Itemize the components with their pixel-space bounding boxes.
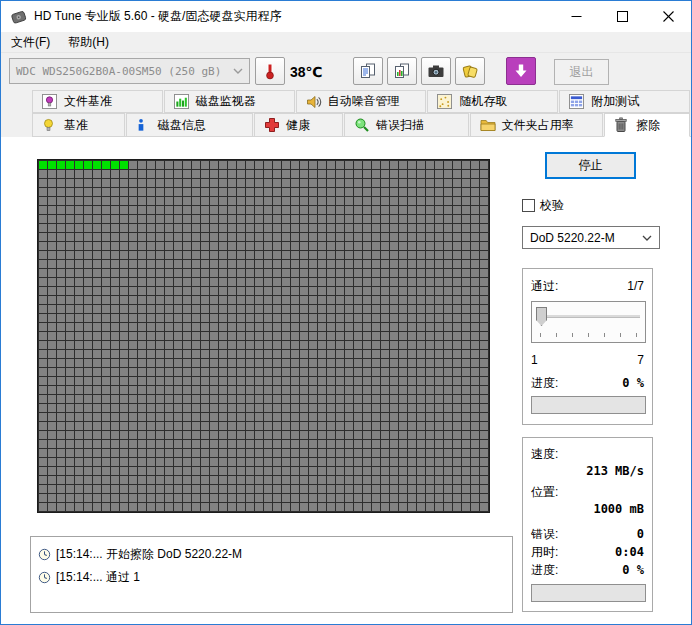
minimize-button[interactable] [553,1,599,32]
pass-slider-ticks [540,333,637,337]
speed-label: 速度: [531,446,558,463]
tab-random-access[interactable]: 随机存取 [427,90,558,113]
close-button[interactable] [645,1,691,32]
log-entry: [15:14:... 开始擦除 DoD 5220.22-M [38,543,505,566]
hdtune-window: HD Tune 专业版 5.60 - 硬盘/固态硬盘实用程序 文件(F) 帮助(… [0,0,692,625]
pass-progress-bar [531,396,646,414]
exit-button[interactable]: 退出 [554,59,609,85]
toolbar: WDC WDS250G2B0A-00SM50 (250 gB) 38℃ [1,53,691,90]
acoustic-management-icon [306,94,322,110]
verify-checkbox-row[interactable]: 校验 [522,197,564,214]
stats-progress-value: 0 % [622,563,644,577]
pass-progress-label: 进度: [531,375,558,392]
menu-file[interactable]: 文件(F) [2,32,59,52]
pass-min-label: 1 [531,353,538,367]
export-icon [461,62,479,80]
copy-text-button[interactable] [353,57,383,85]
tab-benchmark[interactable]: 基准 [32,113,125,136]
app-icon [10,8,27,25]
maximize-button[interactable] [599,1,645,32]
pass-value: 1/7 [627,279,644,293]
drive-select[interactable]: WDC WDS250G2B0A-00SM50 (250 gB) [9,58,250,84]
tab-disk-monitor[interactable]: 磁盘监视器 [164,90,295,113]
pass-slider[interactable] [531,301,646,343]
copy-image-button[interactable] [387,57,417,85]
disk-monitor-icon [174,94,190,110]
minimize-icon [571,11,582,22]
temperature-value: 38℃ [290,64,323,80]
chevron-down-icon [233,68,243,74]
erase-tab-content: [15:14:... 开始擦除 DoD 5220.22-M [15:14:...… [1,137,691,624]
tab-disk-info[interactable]: 磁盘信息 [126,113,254,136]
verify-label: 校验 [540,197,564,214]
clock-icon [38,548,51,561]
health-icon [264,117,280,133]
tabstrip: 文件基准 磁盘监视器 自动噪音管理 随机存取 [1,90,691,137]
tab-folder-usage[interactable]: 文件夹占用率 [470,113,604,136]
menu-help[interactable]: 帮助(H) [59,32,118,52]
folder-usage-icon [480,117,496,133]
tab-label: 擦除 [636,117,660,134]
file-benchmark-icon [42,94,58,110]
pass-slider-thumb[interactable] [536,307,547,326]
tab-label: 自动噪音管理 [328,93,400,110]
chevron-down-icon [642,235,652,241]
tab-label: 健康 [286,117,310,134]
log-entry-text: [15:14:... 通过 1 [56,569,140,586]
camera-icon [427,63,445,79]
disk-info-icon [136,117,152,133]
position-value: 1000 mB [593,502,644,516]
titlebar: HD Tune 专业版 5.60 - 硬盘/固态硬盘实用程序 [1,1,691,32]
tab-label: 随机存取 [459,93,507,110]
pass-progress-value: 0 % [622,376,644,390]
tab-label: 文件夹占用率 [502,117,574,134]
stats-group: 速度: 213 MB/s 位置: 1000 mB 错误: 0 用时: 0:04 … [522,437,653,612]
log-box: [15:14:... 开始擦除 DoD 5220.22-M [15:14:...… [30,536,513,613]
pass-label: 通过: [531,278,558,295]
copy-image-icon [393,62,411,80]
copy-text-icon [359,62,377,80]
thermometer-icon [263,62,277,80]
stop-button[interactable]: 停止 [545,152,636,179]
benchmark-icon [42,117,58,133]
log-entry-text: [15:14:... 开始擦除 DoD 5220.22-M [56,546,242,563]
tab-label: 磁盘信息 [158,117,206,134]
pass-max-label: 7 [637,353,644,367]
errors-value: 0 [637,527,644,541]
tab-label: 磁盘监视器 [196,93,256,110]
stats-progress-bar [531,584,646,602]
drive-select-value: WDC WDS250G2B0A-00SM50 (250 gB) [16,65,221,78]
erase-method-value: DoD 5220.22-M [530,231,615,245]
tab-label: 错误扫描 [376,117,424,134]
pass-group: 通过: 1/7 1 7 进度: 0 % [522,268,653,425]
tab-error-scan[interactable]: 错误扫描 [344,113,469,136]
tab-label: 附加测试 [591,93,639,110]
elapsed-value: 0:04 [615,545,644,559]
window-title: HD Tune 专业版 5.60 - 硬盘/固态硬盘实用程序 [34,8,553,25]
pass-slider-track[interactable] [537,315,640,318]
random-access-icon [437,94,453,110]
extra-tests-icon [569,94,585,110]
stats-progress-label: 进度: [531,562,558,579]
download-arrow-icon [513,63,529,79]
tab-health[interactable]: 健康 [254,113,343,136]
maximize-icon [617,11,628,22]
tab-extra-tests[interactable]: 附加测试 [559,90,690,113]
error-scan-icon [354,117,370,133]
verify-checkbox[interactable] [522,199,535,212]
temperature-button[interactable] [255,57,285,85]
erase-method-select[interactable]: DoD 5220.22-M [522,226,660,249]
clock-icon [38,571,51,584]
elapsed-label: 用时: [531,544,558,561]
errors-label: 错误: [531,526,558,543]
position-label: 位置: [531,484,558,501]
erase-icon [614,117,630,133]
tab-acoustic-management[interactable]: 自动噪音管理 [296,90,427,113]
tab-erase[interactable]: 擦除 [604,113,690,137]
screenshot-button[interactable] [421,57,451,85]
speed-value: 213 MB/s [586,464,644,478]
export-button[interactable] [455,57,485,85]
download-button[interactable] [506,57,536,85]
tab-label: 基准 [64,117,88,134]
tab-file-benchmark[interactable]: 文件基准 [32,90,163,113]
